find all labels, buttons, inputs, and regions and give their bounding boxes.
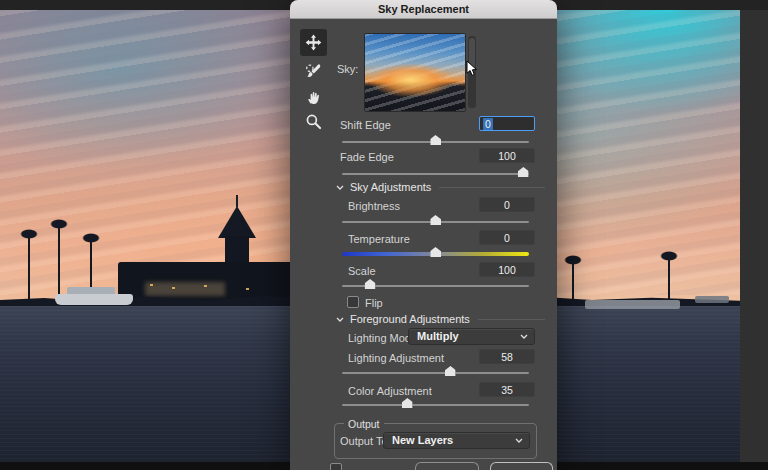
chevron-down-icon xyxy=(336,317,344,322)
sky-thumbnail[interactable] xyxy=(364,33,466,112)
photo-window-light xyxy=(172,287,175,289)
flip-checkbox[interactable] xyxy=(347,296,359,308)
brightness-label: Brightness xyxy=(348,200,400,212)
sky-thumbnail-image xyxy=(365,34,465,111)
temperature-input[interactable]: 0 xyxy=(479,230,535,245)
photo-boat xyxy=(585,300,680,309)
photo-window-light xyxy=(150,284,153,286)
temperature-slider[interactable] xyxy=(342,249,529,259)
lighting-adjustment-input[interactable]: 58 xyxy=(479,349,535,364)
brightness-slider[interactable] xyxy=(342,217,529,227)
photo-window-light xyxy=(246,288,249,290)
sky-adjustments-header[interactable]: Sky Adjustments xyxy=(336,181,545,193)
right-panel-strip xyxy=(740,10,768,462)
zoom-tool-button[interactable] xyxy=(300,108,327,135)
slider-thumb[interactable] xyxy=(430,247,441,257)
output-to-select[interactable]: New Layers xyxy=(383,432,530,449)
slider-thumb[interactable] xyxy=(445,366,456,376)
move-icon xyxy=(305,34,322,51)
lighting-mode-select[interactable]: Multiply xyxy=(408,328,535,345)
photo-flagpole xyxy=(236,195,238,207)
color-adjustment-input[interactable]: 35 xyxy=(479,382,535,397)
slider-thumb[interactable] xyxy=(430,215,441,225)
output-to-value: New Layers xyxy=(392,434,453,446)
scale-label: Scale xyxy=(348,265,376,277)
shift-edge-value: 0 xyxy=(483,118,493,130)
photo-window-light xyxy=(204,285,207,287)
scale-slider[interactable] xyxy=(342,281,529,291)
photo-palm-tree xyxy=(58,226,60,300)
chevron-down-icon xyxy=(336,185,344,190)
slider-track[interactable] xyxy=(342,404,529,406)
flip-label: Flip xyxy=(365,297,383,309)
output-group: Output Output To: New Layers xyxy=(334,423,537,459)
sky-brush-tool-button[interactable] xyxy=(300,58,327,85)
sky-adjustments-title: Sky Adjustments xyxy=(350,181,431,193)
cursor-pointer xyxy=(466,60,478,82)
preview-checkbox-partial[interactable] xyxy=(330,463,342,470)
foreground-adjustments-title: Foreground Adjustments xyxy=(350,313,470,325)
photo-palm-tree xyxy=(668,258,670,302)
slider-track[interactable] xyxy=(342,372,529,374)
color-adjustment-slider[interactable] xyxy=(342,400,529,410)
photo-palm-tree xyxy=(572,262,574,302)
sky-brush-icon xyxy=(305,63,322,80)
fade-edge-slider[interactable] xyxy=(342,169,529,179)
lighting-adjustment-slider[interactable] xyxy=(342,368,529,378)
magnifier-icon xyxy=(305,113,322,130)
slider-track[interactable] xyxy=(342,173,529,175)
foreground-adjustments-header[interactable]: Foreground Adjustments xyxy=(336,313,545,325)
lighting-mode-value: Multiply xyxy=(417,330,459,342)
fade-edge-input[interactable]: 100 xyxy=(479,148,535,163)
sky-replacement-dialog: Sky Replacement Sky: Shift Edge 0 xyxy=(290,0,557,470)
shift-edge-input[interactable]: 0 xyxy=(479,116,535,131)
fade-edge-label: Fade Edge xyxy=(340,151,394,163)
chevron-down-icon xyxy=(515,438,523,443)
shift-edge-slider[interactable] xyxy=(342,137,529,147)
photo-palm-tree xyxy=(28,236,30,300)
shift-edge-label: Shift Edge xyxy=(340,119,391,131)
hand-icon xyxy=(306,90,322,106)
brightness-input[interactable]: 0 xyxy=(479,197,535,212)
chevron-down-icon xyxy=(520,334,528,339)
photo-boat xyxy=(55,294,133,305)
lighting-adjustment-label: Lighting Adjustment xyxy=(348,352,444,364)
slider-thumb[interactable] xyxy=(402,398,413,408)
dialog-titlebar[interactable]: Sky Replacement xyxy=(290,0,557,19)
dialog-title: Sky Replacement xyxy=(378,3,469,15)
slider-thumb[interactable] xyxy=(365,279,376,289)
ok-button-partial[interactable] xyxy=(490,462,553,470)
scale-input[interactable]: 100 xyxy=(479,262,535,277)
color-adjustment-label: Color Adjustment xyxy=(348,385,432,397)
photo-building-lights xyxy=(145,282,225,296)
sky-label: Sky: xyxy=(337,63,358,75)
output-legend: Output xyxy=(344,418,384,430)
slider-thumb[interactable] xyxy=(518,167,529,177)
cancel-button-partial[interactable] xyxy=(415,462,479,470)
photo-boat xyxy=(695,296,729,303)
temperature-label: Temperature xyxy=(348,233,410,245)
slider-thumb[interactable] xyxy=(430,135,441,145)
move-tool-button[interactable] xyxy=(300,29,327,56)
hand-tool-button[interactable] xyxy=(300,84,327,111)
